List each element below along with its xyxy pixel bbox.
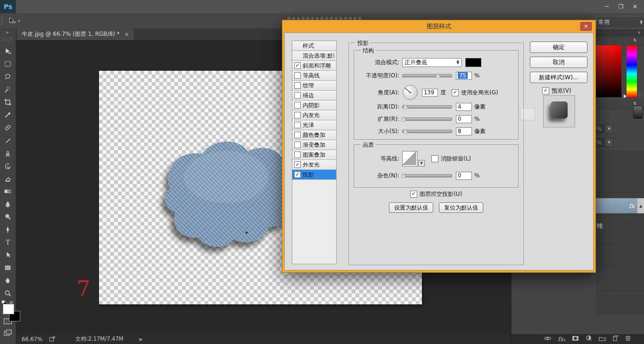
reset-default-button[interactable]: 复位为默认值 [439,202,483,213]
style-checkbox[interactable] [294,92,301,99]
noise-slider-thumb[interactable] [401,173,406,177]
tool-quick-selection[interactable] [2,84,14,95]
use-global-light-checkbox[interactable]: ✓ [452,89,459,96]
blend-swatch[interactable] [633,106,643,119]
link-layers-icon[interactable] [544,336,551,343]
tool-eyedropper[interactable] [2,109,14,121]
shadow-color-swatch[interactable] [465,58,481,67]
ok-button[interactable]: 确定 [530,42,587,53]
set-default-button[interactable]: 设置为默认值 [389,202,433,213]
style-checkbox[interactable]: ✓ [294,62,301,69]
tool-hand[interactable] [2,275,14,286]
style-checkbox[interactable] [294,102,301,109]
style-checkbox[interactable] [294,151,301,158]
tool-lasso[interactable] [2,71,14,83]
tool-crop[interactable] [2,96,14,108]
minimize-button[interactable]: ─ [600,1,614,12]
spread-field[interactable]: 0 [456,115,472,123]
distance-slider[interactable] [402,105,452,109]
restore-button[interactable]: ❐ [614,1,628,12]
cancel-button[interactable]: 取消 [530,57,587,68]
knockout-checkbox[interactable]: ✓ [410,191,417,198]
tool-rectangle-shape[interactable] [2,262,14,274]
tool-clone-stamp[interactable] [2,147,14,159]
preview-checkbox[interactable]: ✓ [542,87,549,94]
options-bar-grip[interactable] [1,16,4,25]
spread-slider[interactable] [402,117,452,121]
style-checkbox[interactable] [294,72,301,79]
tool-path-selection[interactable] [2,249,14,261]
style-checkbox[interactable]: ✓ [294,171,301,178]
style-list-item[interactable]: ✓ 投影 [292,170,336,180]
tool-type[interactable]: T [2,236,14,248]
selected-layer-row[interactable]: fx [596,198,637,213]
new-layer-icon[interactable] [612,335,619,343]
style-checkbox[interactable] [294,142,301,148]
style-list-item[interactable]: ✓ 外发光 [292,160,336,170]
tool-pen[interactable] [2,224,14,235]
toolbar-collapse-icon[interactable]: » [6,29,8,35]
current-tool-indicator[interactable]: ▾ [8,16,26,26]
screen-mode-button[interactable] [2,327,14,339]
style-checkbox[interactable] [294,112,301,118]
style-list-item[interactable]: 等高线 [292,71,336,81]
foreground-color-swatch[interactable] [3,304,14,314]
workspace-selector[interactable]: 常用 ▲▼ [596,16,644,28]
layer-fx-badge[interactable]: fx [629,202,635,210]
style-list-item[interactable]: 颜色叠加 [292,130,336,140]
dock-collapse-bar[interactable]: » [596,29,644,37]
style-list-item[interactable]: 纹理 [292,81,336,91]
tool-dodge[interactable] [2,211,14,223]
blend-mode-dropdown[interactable]: 正片叠底 ▲▼ [402,58,462,67]
style-list-item[interactable]: 内发光 [292,110,336,120]
fill-dropdown-icon[interactable]: ▼ [605,138,613,147]
close-button[interactable]: ✕ [628,1,642,12]
angle-field[interactable]: 139 [422,89,438,97]
tool-gradient[interactable] [2,185,14,197]
layer-effect-partial-text[interactable]: 雉 [597,222,603,230]
size-slider-thumb[interactable] [403,129,408,133]
style-list-item[interactable]: 光泽 [292,120,336,130]
tool-move[interactable] [2,45,14,57]
size-field[interactable]: 8 [456,127,472,135]
style-list-item[interactable]: ✓ 斜面和浮雕 [292,61,336,71]
new-group-icon[interactable] [599,336,606,343]
tool-brush[interactable] [2,134,14,146]
style-list-item[interactable]: 样式 [292,41,336,51]
spread-slider-thumb[interactable] [401,117,406,121]
document-tab[interactable]: 牛皮.jpg @ 66.7% (图层 1, RGB/8) * × [17,28,134,40]
dialog-close-button[interactable]: ✕ [580,22,592,31]
opacity-field[interactable]: 75 [456,72,472,80]
style-list-item[interactable]: 内阴影 [292,101,336,110]
tool-spot-healing-brush[interactable] [2,122,14,134]
tab-close-icon[interactable]: × [124,31,129,38]
new-style-button[interactable]: 新建样式(W)... [530,72,587,83]
angle-dial[interactable] [402,84,418,101]
contour-thumbnail[interactable] [402,151,418,167]
color-hue-bar[interactable] [627,45,637,97]
anti-alias-checkbox[interactable] [431,155,438,162]
style-checkbox[interactable] [294,122,301,128]
style-checkbox[interactable] [294,82,301,89]
style-checkbox[interactable] [294,132,301,138]
new-adjustment-layer-icon[interactable] [586,335,592,343]
layer-style-fx-icon[interactable]: fx▾ [558,336,565,343]
tool-blur[interactable] [2,198,14,210]
distance-slider-thumb[interactable] [403,104,408,109]
tool-rectangular-marquee[interactable] [2,58,14,70]
noise-slider[interactable] [402,174,452,177]
delete-layer-icon[interactable] [625,335,631,343]
opacity-slider[interactable] [402,74,452,77]
noise-field[interactable]: 0 [456,172,472,180]
zoom-percent-field[interactable]: 66.67% [22,336,42,343]
contour-dropdown-icon[interactable]: ▼ [418,160,425,167]
share-icon[interactable] [49,336,56,342]
distance-field[interactable]: 4 [456,103,472,111]
panel-menu-icon[interactable]: ▾≡ [634,39,641,43]
color-panel-header[interactable]: ▾≡ [596,37,644,46]
tool-eraser[interactable] [2,173,14,185]
style-list-item[interactable]: 图案叠加 [292,150,336,160]
style-list-item[interactable]: 渐变叠加 [292,140,336,150]
size-slider[interactable] [402,130,452,133]
style-list-item[interactable]: 描边 [292,91,336,101]
